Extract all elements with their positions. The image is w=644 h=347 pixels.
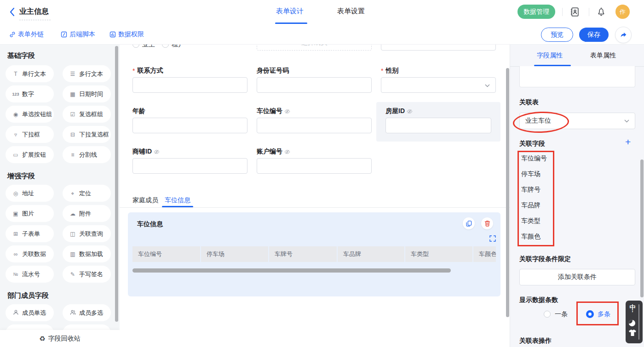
back-icon[interactable]	[9, 7, 15, 17]
house-id-input[interactable]	[385, 118, 491, 133]
moon-icon[interactable]	[629, 320, 635, 326]
canvas-scrollbar[interactable]	[506, 68, 509, 317]
tab-family-members[interactable]: 家庭成员	[132, 196, 158, 205]
field-item-multi-text[interactable]: ☰多行文本	[63, 65, 111, 82]
contact-input[interactable]	[132, 77, 247, 93]
age-input[interactable]	[132, 118, 247, 133]
external-link-item[interactable]: 表单外链	[9, 30, 44, 39]
tabs-divider	[120, 207, 510, 208]
member-picker-button[interactable]: 选择成员	[257, 44, 372, 51]
text-icon: T	[12, 71, 19, 77]
radio-tenant[interactable]	[162, 44, 169, 48]
form-toolbar: 表单外链 后端脚本 数据权限 预览 保存	[0, 24, 644, 45]
field-item-radio-group[interactable]: ◉单选按钮组	[6, 106, 54, 123]
permission-chart-icon	[109, 31, 116, 38]
subform-parking-panel[interactable]: 车位信息 车位编号 停车场 车牌号 车品牌 车类型 车颜色	[128, 212, 500, 296]
field-item-relation-query[interactable]: ◫关联查询	[63, 225, 111, 242]
related-field-item[interactable]: 车位编号	[521, 154, 547, 163]
field-item-number[interactable]: 123数字	[6, 85, 54, 102]
field-item-attachment[interactable]: ☁附件	[63, 205, 111, 222]
eye-off-icon	[284, 108, 290, 114]
tab-field-properties[interactable]: 字段属性	[537, 51, 563, 60]
backend-script-label: 后端脚本	[69, 30, 95, 39]
trash-icon	[484, 220, 490, 227]
related-field-item[interactable]: 车类型	[521, 217, 540, 225]
preview-button[interactable]: 预览	[541, 28, 573, 42]
idcard-input[interactable]	[257, 77, 372, 93]
save-button[interactable]: 保存	[579, 28, 609, 42]
shop-id-input[interactable]	[132, 158, 247, 174]
panel-scrollbar[interactable]	[640, 159, 644, 297]
subform-icon: ⊞	[12, 231, 19, 237]
add-condition-button[interactable]: 添加关联条件	[519, 269, 635, 285]
field-item-checkbox-group[interactable]: ☑复选框组	[63, 106, 111, 123]
share-button[interactable]	[615, 27, 632, 43]
data-permission-label: 数据权限	[118, 30, 144, 39]
field-item-multiselect[interactable]: ⊟下拉复选框	[63, 126, 111, 143]
contacts-icon[interactable]	[570, 7, 580, 17]
radio-one-record[interactable]	[544, 311, 551, 318]
field-recycle-bin[interactable]: ♻ 字段回收站	[0, 330, 120, 347]
tab-form-design[interactable]: 表单设计	[276, 7, 304, 16]
field-item-geolocate[interactable]: ⌖定位	[63, 185, 111, 202]
avatar[interactable]: 作	[615, 5, 630, 19]
recycle-icon: ♻	[39, 335, 45, 343]
field-item-member-single[interactable]: 成员单选	[6, 304, 54, 321]
button-icon: ▭	[12, 152, 19, 158]
tab-parking-info[interactable]: 车位信息	[165, 196, 190, 205]
eye-off-icon	[407, 108, 413, 114]
field-item-data-load[interactable]: ▥数据加载	[63, 245, 111, 262]
backend-script-item[interactable]: 后端脚本	[61, 30, 95, 39]
field-item-divider[interactable]: ≡分割线	[63, 146, 111, 163]
related-field-item[interactable]: 车牌号	[521, 186, 540, 194]
field-label-idcard: 身份证号码	[257, 67, 289, 75]
select-icon: ▿	[12, 131, 19, 138]
field-item-serial-number[interactable]: №流水号	[6, 266, 54, 283]
field-item-extend-button[interactable]: ▭扩展按钮	[6, 146, 54, 163]
field-item-select[interactable]: ▿下拉框	[6, 126, 54, 143]
people-icon	[69, 309, 76, 317]
skin-tshirt-icon[interactable]	[629, 330, 636, 336]
field-item-datetime[interactable]: ▦日期时间	[63, 85, 111, 102]
data-manage-button[interactable]: 数据管理	[518, 5, 555, 19]
cutoff-input[interactable]	[381, 44, 496, 51]
eye-off-icon	[284, 149, 290, 155]
sidebar-scrollbar[interactable]	[115, 46, 118, 322]
section-title-basic: 基础字段	[7, 51, 35, 60]
expand-icon[interactable]	[489, 235, 496, 242]
account-no-input[interactable]	[257, 158, 372, 174]
field-item-single-text[interactable]: T单行文本	[6, 65, 54, 82]
column-header: 车颜色	[473, 246, 496, 262]
script-icon	[61, 31, 67, 38]
copy-subform-button[interactable]	[463, 217, 475, 229]
field-item-signature[interactable]: ✎手写签名	[63, 266, 111, 283]
bell-icon[interactable]	[596, 6, 606, 17]
field-item-address[interactable]: ◎地址	[6, 185, 54, 202]
column-header: 车品牌	[338, 246, 404, 262]
ime-punct-indicator[interactable]: ’	[629, 309, 636, 319]
field-item-subform[interactable]: ⊞子表单	[6, 225, 54, 242]
add-field-plus-icon[interactable]: +	[625, 137, 631, 148]
radio-owner[interactable]	[132, 44, 139, 48]
parking-no-input[interactable]	[257, 118, 372, 133]
data-permission-item[interactable]: 数据权限	[109, 30, 144, 39]
tab-form-properties[interactable]: 表单属性	[590, 51, 616, 60]
delete-subform-button[interactable]	[481, 217, 493, 229]
relation-query-icon: ◫	[69, 231, 76, 237]
field-item-image[interactable]: ▣图片	[6, 205, 54, 222]
ime-toolbar[interactable]: 中 ’	[626, 301, 643, 343]
page-title: 业主信息	[19, 7, 49, 17]
related-field-item[interactable]: 停车场	[521, 170, 540, 178]
gender-select[interactable]	[381, 77, 496, 93]
field-item-relation-data[interactable]: ∞关联数据	[6, 245, 54, 262]
related-field-item[interactable]: 车品牌	[521, 201, 540, 210]
form-canvas: 业主 租户 选择成员 *联系方式 身份证号码 *性别 年龄 车位编号 房屋ID …	[120, 44, 510, 347]
subform-horizontal-scrollbar[interactable]	[132, 268, 451, 273]
cutoff-property-input[interactable]	[519, 66, 635, 87]
field-item-member-multi[interactable]: 成员多选	[63, 304, 111, 321]
tab-form-settings[interactable]: 表单设置	[337, 7, 365, 16]
title-underline	[19, 20, 51, 20]
related-table-select[interactable]: 业主车位	[519, 113, 635, 129]
related-field-item[interactable]: 车颜色	[521, 233, 540, 241]
radio-multi-record[interactable]	[586, 310, 594, 318]
